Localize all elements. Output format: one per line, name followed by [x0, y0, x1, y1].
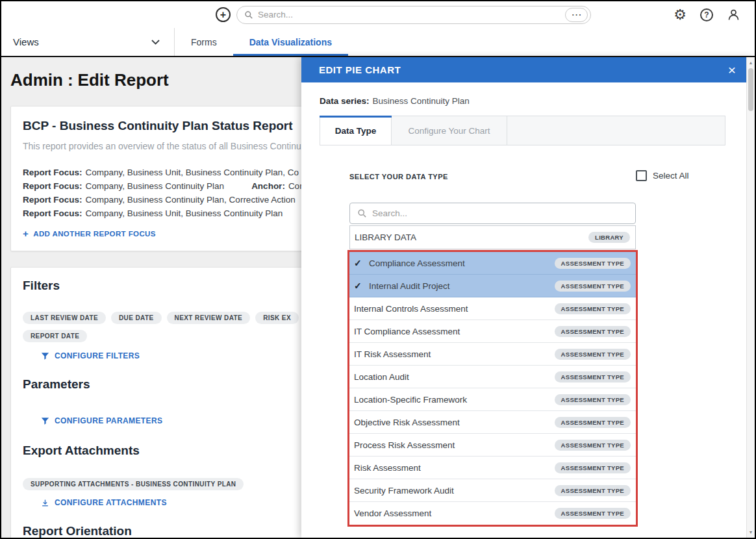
data-type-list: ✓Compliance AssessmentASSESSMENT TYPE✓In… [349, 252, 636, 525]
data-type-label: IT Compliance Assessment [354, 327, 555, 336]
library-data-label: LIBRARY DATA [355, 232, 416, 242]
data-type-row[interactable]: Location-Specific FrameworkASSESSMENT TY… [349, 388, 636, 411]
download-icon [41, 499, 49, 507]
add-report-focus-link[interactable]: + ADD ANOTHER REPORT FOCUS [23, 229, 156, 238]
tab-data-visualizations[interactable]: Data Visualizations [233, 28, 348, 56]
views-dropdown[interactable]: Views [1, 28, 175, 56]
data-type-row[interactable]: Location AuditASSESSMENT TYPE [349, 366, 636, 388]
assessment-type-badge: ASSESSMENT TYPE [555, 462, 631, 473]
configure-filters-link[interactable]: CONFIGURE FILTERS [41, 351, 140, 360]
edit-pie-chart-modal: EDIT PIE CHART × Data series:Business Co… [301, 57, 755, 538]
data-type-row[interactable]: Internal Controls AssessmentASSESSMENT T… [349, 297, 636, 320]
select-all-control[interactable]: Select All [636, 170, 689, 181]
close-icon[interactable]: × [728, 63, 736, 77]
report-focus-value: Company, Business Unit, Business Continu… [86, 208, 283, 218]
library-badge: LIBRARY [588, 232, 630, 243]
configure-attachments-label: CONFIGURE ATTACHMENTS [55, 498, 167, 507]
page-title-separator: : [68, 70, 73, 90]
assessment-type-badge: ASSESSMENT TYPE [555, 371, 631, 382]
configure-filters-label: CONFIGURE FILTERS [55, 351, 140, 360]
data-type-row[interactable]: Risk AssessmentASSESSMENT TYPE [349, 457, 636, 479]
data-type-row[interactable]: ✓Compliance AssessmentASSESSMENT TYPE [349, 252, 636, 275]
data-type-label: Internal Controls Assessment [354, 304, 555, 314]
assessment-type-badge: ASSESSMENT TYPE [555, 258, 631, 269]
check-icon: ✓ [354, 258, 369, 268]
configure-parameters-label: CONFIGURE PARAMETERS [55, 416, 162, 425]
assessment-type-badge: ASSESSMENT TYPE [555, 326, 631, 337]
select-all-checkbox[interactable] [636, 170, 647, 181]
data-type-label: Vendor Assessment [354, 508, 555, 518]
report-focus-value: Company, Business Unit, Business Continu… [86, 168, 299, 177]
data-type-row[interactable]: Objective Risk AssessmentASSESSMENT TYPE [349, 411, 636, 434]
data-type-label: Compliance Assessment [369, 258, 555, 268]
global-search[interactable]: ⋯ [236, 6, 591, 24]
assessment-type-badge: ASSESSMENT TYPE [555, 508, 631, 519]
tab-forms[interactable]: Forms [175, 28, 233, 56]
data-type-label: Objective Risk Assessment [354, 418, 555, 427]
data-type-label: Risk Assessment [354, 463, 555, 473]
plus-icon: + [23, 229, 29, 238]
modal-scrollbar[interactable]: ▲ ▼ [746, 57, 755, 538]
data-type-row[interactable]: IT Compliance AssessmentASSESSMENT TYPE [349, 320, 636, 343]
data-type-label: Location-Specific Framework [354, 395, 555, 405]
assessment-type-badge: ASSESSMENT TYPE [555, 303, 631, 314]
highlight-box: ✓Compliance AssessmentASSESSMENT TYPE✓In… [347, 250, 638, 527]
search-input[interactable] [258, 10, 565, 19]
gear-icon[interactable]: ⚙ [674, 8, 687, 22]
data-type-label: Process Risk Assessment [354, 440, 555, 450]
top-bar: + ⋯ ⚙ ? [1, 1, 755, 28]
scroll-up-icon[interactable]: ▲ [747, 60, 755, 65]
data-series-value: Business Continuity Plan [373, 96, 470, 106]
filter-chip: RISK EX [255, 312, 299, 324]
data-type-label: Security Framework Audit [354, 486, 555, 495]
data-type-search[interactable] [349, 203, 636, 224]
assessment-type-badge: ASSESSMENT TYPE [555, 440, 631, 451]
data-type-label: IT Risk Assessment [354, 349, 555, 359]
library-data-header: LIBRARY DATA LIBRARY [349, 225, 636, 249]
report-focus-label: Report Focus: [23, 208, 82, 218]
data-type-search-input[interactable] [372, 208, 628, 218]
scroll-down-icon[interactable]: ▼ [747, 530, 755, 534]
app-window: + ⋯ ⚙ ? Views Forms Data Visualizations [0, 0, 756, 539]
search-more-button[interactable]: ⋯ [565, 8, 588, 22]
user-icon[interactable] [727, 8, 740, 21]
add-report-focus-label: ADD ANOTHER REPORT FOCUS [33, 230, 156, 238]
help-icon[interactable]: ? [700, 8, 713, 21]
filter-chip: NEXT REVIEW DATE [167, 312, 251, 324]
modal-header: EDIT PIE CHART × [301, 57, 746, 82]
create-button[interactable]: + [216, 7, 231, 22]
search-icon [357, 208, 367, 218]
page-title-prefix: Admin [10, 70, 63, 90]
select-all-label: Select All [653, 171, 689, 181]
data-type-row[interactable]: IT Risk AssessmentASSESSMENT TYPE [349, 343, 636, 366]
assessment-type-badge: ASSESSMENT TYPE [555, 485, 631, 496]
top-bar-icons: ⚙ ? [674, 8, 740, 22]
data-type-row[interactable]: Vendor AssessmentASSESSMENT TYPE [349, 502, 636, 525]
filter-chip: LAST REVIEW DATE [23, 312, 106, 324]
assessment-type-badge: ASSESSMENT TYPE [555, 349, 631, 360]
data-type-row[interactable]: Process Risk AssessmentASSESSMENT TYPE [349, 434, 636, 457]
configure-attachments-link[interactable]: CONFIGURE ATTACHMENTS [41, 498, 167, 507]
data-type-label: Internal Audit Project [369, 281, 555, 291]
data-type-row[interactable]: ✓Internal Audit ProjectASSESSMENT TYPE [349, 275, 636, 297]
report-focus-label: Report Focus: [23, 168, 82, 177]
tab-data-type[interactable]: Data Type [320, 116, 392, 145]
filter-chip: SUPPORTING ATTACHMENTS - BUSINESS CONTIN… [23, 478, 244, 490]
select-data-type-label: SELECT YOUR DATA TYPE [349, 173, 448, 181]
views-label: Views [13, 36, 39, 47]
scrollbar-thumb[interactable] [748, 68, 753, 111]
data-type-row[interactable]: Security Framework AuditASSESSMENT TYPE [349, 479, 636, 502]
modal-tab-strip: Data Type Configure Your Chart [320, 116, 725, 145]
assessment-type-badge: ASSESSMENT TYPE [555, 394, 631, 405]
tab-configure-your-chart[interactable]: Configure Your Chart [392, 116, 507, 145]
search-icon [244, 10, 253, 19]
modal-body: Data series:Business Continuity Plan Dat… [301, 82, 746, 538]
report-focus-value: Company, Business Continuity Plan [86, 181, 225, 191]
filter-funnel-icon [41, 417, 49, 425]
select-data-type-row: SELECT YOUR DATA TYPE Select All [320, 171, 725, 183]
configure-parameters-link[interactable]: CONFIGURE PARAMETERS [41, 416, 162, 425]
report-focus-label: Report Focus: [23, 181, 82, 191]
modal-title: EDIT PIE CHART [319, 64, 401, 75]
filter-chip: DUE DATE [111, 312, 162, 324]
data-series-label: Data series: [320, 96, 370, 106]
